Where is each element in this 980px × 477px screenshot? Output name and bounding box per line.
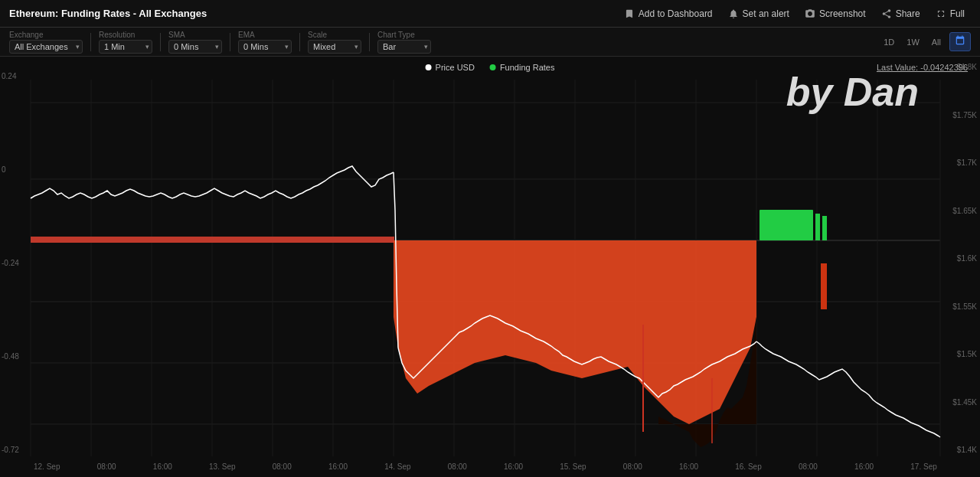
ema-select[interactable]: 0 Mins [238, 40, 292, 54]
charttype-select[interactable]: Bar [377, 40, 431, 54]
fullscreen-icon [936, 8, 946, 19]
svg-rect-28 [822, 216, 827, 240]
toolbar-divider-4 [299, 33, 300, 51]
sma-select[interactable]: 0 Mins [168, 40, 222, 54]
toolbar-divider-1 [90, 33, 91, 51]
period-1w-btn[interactable]: 1W [903, 35, 923, 49]
period-all-btn[interactable]: All [928, 35, 945, 49]
svg-rect-23 [31, 237, 394, 243]
chart-svg [0, 57, 980, 477]
exchange-selector: Exchange All Exchanges [9, 31, 83, 54]
period-1d-btn[interactable]: 1D [880, 35, 898, 49]
alert-icon [728, 8, 739, 19]
share-btn[interactable]: Share [875, 5, 926, 22]
resolution-select[interactable]: 1 Min [99, 40, 152, 54]
screenshot-icon [805, 8, 815, 19]
svg-rect-26 [760, 210, 813, 240]
page-title: Ethereum: Funding Rates - All Exchanges [9, 8, 207, 19]
last-value-label: Last Value: -0.04242396 [877, 63, 968, 72]
charttype-select-wrapper[interactable]: Bar [377, 40, 431, 54]
toolbar-divider-5 [369, 33, 370, 51]
legend-funding-dot [490, 64, 496, 70]
header: Ethereum: Funding Rates - All Exchanges … [0, 0, 980, 28]
legend-price-usd: Price USD [426, 63, 475, 72]
toolbar: Exchange All Exchanges Resolution 1 Min … [0, 28, 980, 57]
scale-selector: Scale Mixed [308, 31, 361, 54]
add-to-dashboard-btn[interactable]: Add to Dashboard [618, 5, 719, 22]
toolbar-divider-2 [160, 33, 161, 51]
svg-rect-27 [815, 214, 820, 240]
svg-rect-29 [821, 263, 827, 309]
resolution-selector: Resolution 1 Min [99, 31, 152, 54]
exchange-select[interactable]: All Exchanges [9, 40, 83, 54]
share-icon [881, 8, 892, 19]
scale-select-wrapper[interactable]: Mixed [308, 40, 361, 54]
exchange-select-wrapper[interactable]: All Exchanges [9, 40, 83, 54]
scale-select[interactable]: Mixed [308, 40, 361, 54]
chart-legend: Price USD Funding Rates [426, 63, 555, 72]
sma-selector: SMA 0 Mins [168, 31, 222, 54]
calendar-btn[interactable] [949, 32, 971, 51]
resolution-select-wrapper[interactable]: 1 Min [99, 40, 152, 54]
calendar-icon [955, 35, 965, 46]
ema-select-wrapper[interactable]: 0 Mins [238, 40, 292, 54]
set-alert-btn[interactable]: Set an alert [722, 5, 795, 22]
ema-selector: EMA 0 Mins [238, 31, 292, 54]
sma-select-wrapper[interactable]: 0 Mins [168, 40, 222, 54]
screenshot-btn[interactable]: Screenshot [799, 5, 872, 22]
charttype-selector: Chart Type Bar [377, 31, 431, 54]
full-btn[interactable]: Full [929, 5, 971, 22]
toolbar-divider-3 [230, 33, 230, 51]
chart-container: Price USD Funding Rates Last Value: -0.0… [0, 57, 980, 477]
legend-funding-rates: Funding Rates [490, 63, 555, 72]
right-toolbar: 1D 1W All [880, 32, 971, 51]
legend-price-dot [426, 64, 432, 70]
bookmark-icon [624, 8, 635, 19]
header-actions: Add to Dashboard Set an alert Screenshot… [618, 5, 971, 22]
